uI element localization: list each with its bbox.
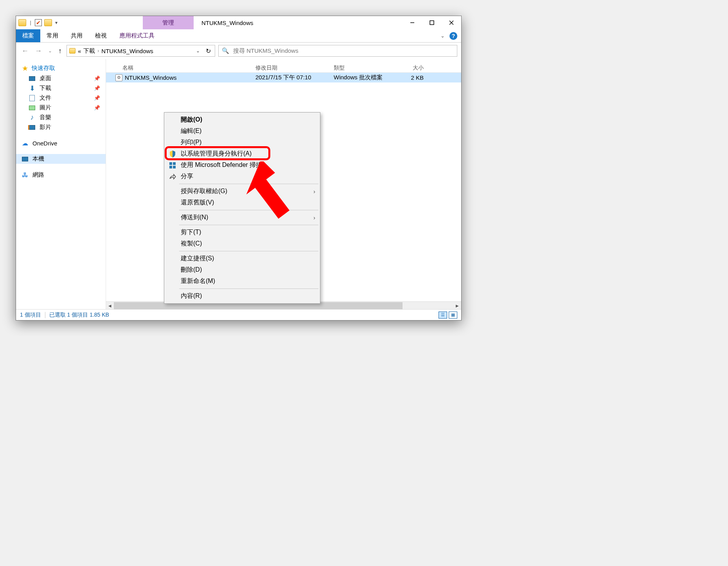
titlebar: | ✔ ▾ 管理 NTUKMS_Windows bbox=[16, 16, 461, 29]
tab-file[interactable]: 檔案 bbox=[16, 29, 40, 42]
breadcrumb-root[interactable]: « bbox=[78, 48, 81, 54]
folder-icon bbox=[69, 48, 75, 54]
sidebar-item-label: 圖片 bbox=[40, 104, 51, 111]
svg-rect-4 bbox=[169, 162, 172, 165]
sidebar-item-network[interactable]: 🖧 網路 bbox=[16, 170, 106, 180]
shield-icon bbox=[168, 150, 177, 158]
batch-file-icon: ⚙ bbox=[115, 74, 122, 81]
details-view-icon[interactable]: ☰ bbox=[439, 312, 447, 319]
file-size: 2 KB bbox=[400, 74, 431, 81]
music-icon: ♪ bbox=[29, 114, 36, 121]
pin-icon: 📌 bbox=[94, 75, 100, 81]
submenu-arrow-icon: › bbox=[313, 188, 315, 195]
sidebar-item-documents[interactable]: 文件 📌 bbox=[16, 93, 106, 103]
file-row[interactable]: ⚙ NTUKMS_Windows 2021/7/15 下午 07:10 Wind… bbox=[106, 73, 461, 82]
address-dropdown-icon[interactable]: ⌄ bbox=[194, 48, 201, 54]
maximize-button[interactable] bbox=[422, 16, 442, 29]
submenu-arrow-icon: › bbox=[313, 215, 315, 221]
sidebar-item-videos[interactable]: 影片 bbox=[16, 122, 106, 132]
close-button[interactable] bbox=[442, 16, 461, 29]
breadcrumb-downloads[interactable]: 下載 bbox=[83, 47, 95, 55]
scroll-left-icon[interactable]: ◂ bbox=[106, 302, 114, 309]
forward-button[interactable]: → bbox=[33, 47, 43, 55]
sidebar-item-onedrive[interactable]: ☁ OneDrive bbox=[16, 138, 106, 148]
properties-icon[interactable]: ✔ bbox=[35, 19, 42, 26]
sidebar-item-label: 文件 bbox=[40, 94, 51, 102]
ctx-rename[interactable]: 重新命名(M) bbox=[165, 276, 319, 287]
new-folder-icon[interactable] bbox=[44, 19, 52, 26]
navigation-pane: ★ 快速存取 桌面 📌 ⬇ 下載 📌 文件 📌 圖片 📌 bbox=[16, 59, 106, 309]
ctx-edit[interactable]: 編輯(E) bbox=[165, 125, 319, 137]
ctx-copy[interactable]: 複製(C) bbox=[165, 238, 319, 249]
sidebar-item-label: 下載 bbox=[40, 84, 51, 92]
ribbon-collapse-icon[interactable]: ⌄ bbox=[440, 33, 445, 39]
tab-home[interactable]: 常用 bbox=[40, 29, 65, 42]
breadcrumb-current[interactable]: NTUKMS_Windows bbox=[101, 48, 153, 54]
window-controls bbox=[403, 16, 461, 29]
sidebar-item-label: 本機 bbox=[32, 155, 44, 163]
ctx-properties[interactable]: 內容(R) bbox=[165, 290, 319, 302]
column-headers: 名稱 修改日期 類型 大小 bbox=[106, 62, 461, 73]
ctx-defender-scan[interactable]: 使用 Microsoft Defender 掃描... bbox=[165, 159, 319, 171]
column-size[interactable]: 大小 bbox=[400, 64, 431, 72]
column-name[interactable]: 名稱 bbox=[122, 64, 255, 72]
window-title: NTUKMS_Windows bbox=[194, 16, 403, 29]
sidebar-quick-access[interactable]: ★ 快速存取 bbox=[16, 63, 106, 73]
ctx-restore-previous[interactable]: 還原舊版(V) bbox=[165, 197, 319, 208]
pin-icon: 📌 bbox=[94, 95, 100, 101]
history-dropdown-icon[interactable]: ⌄ bbox=[47, 48, 54, 54]
file-date: 2021/7/15 下午 07:10 bbox=[255, 74, 334, 81]
help-icon[interactable]: ? bbox=[449, 32, 457, 40]
sidebar-item-label: 音樂 bbox=[40, 114, 51, 121]
breadcrumb-sep: › bbox=[97, 48, 99, 54]
up-button[interactable]: ↑ bbox=[57, 47, 63, 55]
quick-access-toolbar: | ✔ ▾ bbox=[16, 16, 61, 29]
sidebar-item-desktop[interactable]: 桌面 📌 bbox=[16, 73, 106, 83]
star-icon: ★ bbox=[22, 65, 29, 72]
desktop-icon bbox=[29, 76, 35, 81]
address-bar[interactable]: « 下載 › NTUKMS_Windows ⌄ ↻ bbox=[67, 45, 215, 57]
ctx-send-to[interactable]: 傳送到(N) › bbox=[165, 212, 319, 223]
download-icon: ⬇ bbox=[29, 85, 36, 92]
minimize-button[interactable] bbox=[403, 16, 422, 29]
pin-icon: 📌 bbox=[94, 85, 100, 91]
sidebar-label: 快速存取 bbox=[32, 64, 55, 72]
ctx-give-access[interactable]: 授與存取權給(G) › bbox=[165, 186, 319, 197]
video-icon bbox=[29, 125, 35, 130]
ctx-share[interactable]: 分享 bbox=[165, 171, 319, 182]
back-button[interactable]: ← bbox=[20, 47, 30, 55]
ribbon-tabs: 檔案 常用 共用 檢視 應用程式工具 ⌄ ? bbox=[16, 29, 461, 43]
qat-dropdown-icon[interactable]: ▾ bbox=[54, 20, 58, 25]
svg-rect-6 bbox=[169, 166, 172, 168]
sidebar-item-label: 桌面 bbox=[40, 75, 51, 82]
ctx-delete[interactable]: 刪除(D) bbox=[165, 264, 319, 276]
search-icon: 🔍 bbox=[222, 47, 229, 54]
tab-share[interactable]: 共用 bbox=[65, 29, 89, 42]
status-item-count: 1 個項目 bbox=[20, 312, 41, 319]
column-date[interactable]: 修改日期 bbox=[255, 64, 334, 72]
sidebar-item-music[interactable]: ♪ 音樂 bbox=[16, 113, 106, 122]
ctx-run-as-admin[interactable]: 以系統管理員身分執行(A) bbox=[165, 148, 319, 159]
folder-icon bbox=[18, 19, 26, 26]
ctx-cut[interactable]: 剪下(T) bbox=[165, 227, 319, 238]
ctx-create-shortcut[interactable]: 建立捷徑(S) bbox=[165, 253, 319, 264]
scroll-right-icon[interactable]: ▸ bbox=[453, 302, 461, 309]
tab-app-tools[interactable]: 應用程式工具 bbox=[113, 29, 161, 42]
search-placeholder: 搜尋 NTUKMS_Windows bbox=[233, 47, 298, 55]
navigation-bar: ← → ⌄ ↑ « 下載 › NTUKMS_Windows ⌄ ↻ 🔍 搜尋 N… bbox=[16, 43, 461, 59]
tab-view[interactable]: 檢視 bbox=[89, 29, 113, 42]
file-name: NTUKMS_Windows bbox=[122, 74, 255, 81]
large-icons-view-icon[interactable]: ▦ bbox=[449, 312, 457, 319]
sidebar-item-downloads[interactable]: ⬇ 下載 📌 bbox=[16, 83, 106, 93]
sidebar-item-pictures[interactable]: 圖片 📌 bbox=[16, 103, 106, 113]
share-icon bbox=[168, 174, 177, 180]
sidebar-item-thispc[interactable]: 本機 bbox=[16, 154, 106, 164]
column-type[interactable]: 類型 bbox=[334, 64, 400, 72]
search-box[interactable]: 🔍 搜尋 NTUKMS_Windows bbox=[218, 45, 457, 57]
ctx-open[interactable]: 開啟(O) bbox=[165, 114, 319, 125]
ctx-print[interactable]: 列印(P) bbox=[165, 137, 319, 148]
refresh-button[interactable]: ↻ bbox=[204, 47, 212, 55]
network-icon: 🖧 bbox=[22, 172, 29, 179]
sort-indicator-icon: ⌃ bbox=[106, 59, 461, 62]
ribbon-context-title: 管理 bbox=[143, 16, 194, 29]
